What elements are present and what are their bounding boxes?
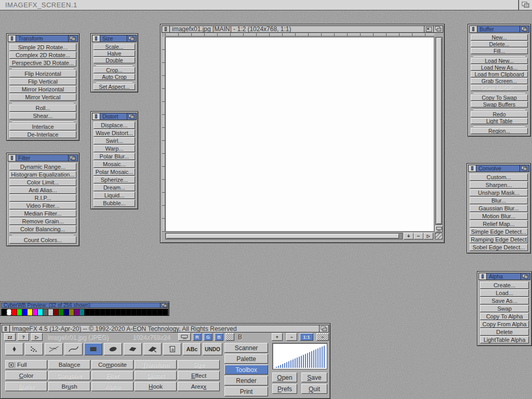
close-gadget[interactable] <box>92 113 100 119</box>
play-button[interactable]: ▷ <box>31 333 43 341</box>
zoom-out-button[interactable]: − <box>414 233 423 240</box>
dynamic-range-button[interactable]: Dynamic Range... <box>9 163 76 170</box>
de-interlace-button[interactable]: De-Interlace <box>9 131 76 138</box>
auto-crop-button[interactable]: Auto Crop <box>94 74 135 80</box>
mosaic-button[interactable]: Mosaic... <box>94 161 135 168</box>
text-tool-button[interactable]: ABc <box>183 343 201 355</box>
color-balancing-button[interactable]: Color Balancing... <box>9 225 76 233</box>
copy-from-alpha-button[interactable]: Copy From Alpha <box>480 321 529 328</box>
sharpen-button[interactable]: Sharpen... <box>470 181 528 189</box>
flip-horizontal-button[interactable]: Flip Horizontal <box>9 70 76 77</box>
color-swatch-27[interactable] <box>142 309 147 315</box>
balance-button[interactable]: Balance <box>48 360 90 369</box>
gaussian-blur-button[interactable]: Gaussian Blur... <box>470 205 528 212</box>
create-button[interactable]: Create... <box>480 282 529 289</box>
line-tool-button[interactable] <box>45 343 63 355</box>
polar-mosaic-button[interactable]: Polar Mosaic... <box>94 168 135 176</box>
count-colors-button[interactable]: Count Colors... <box>9 236 76 244</box>
size-panel-titlebar[interactable]: Size <box>92 35 137 42</box>
simple-edge-detect-button[interactable]: Simple Edge Detect... <box>470 228 528 235</box>
red-channel-button[interactable]: R <box>193 333 202 341</box>
complex-2d-rotate-button[interactable]: Complex 2D Rotate... <box>9 51 76 59</box>
alpha-panel-titlebar[interactable]: Alpha <box>478 273 530 280</box>
open-button[interactable]: Open <box>272 373 297 382</box>
zoom-gadget[interactable] <box>424 26 433 32</box>
depth-gadget[interactable] <box>520 165 529 171</box>
mirror-vertical-button[interactable]: Mirror Vertical <box>9 94 76 101</box>
relief-map-button[interactable]: Relief Map... <box>470 220 528 228</box>
copy-to-swap-button[interactable]: Copy To Swap <box>471 95 528 101</box>
color-swatch-22[interactable] <box>116 309 121 315</box>
grab-screen-button[interactable]: Grab Screen... <box>471 78 528 84</box>
hook-button[interactable]: Hook <box>135 382 177 391</box>
remove-grain-button[interactable]: Remove Grain... <box>9 218 76 225</box>
r-i-p-button[interactable]: R.I.P... <box>9 194 76 202</box>
brush-button[interactable]: Brush <box>48 382 90 391</box>
color-swatch-7[interactable] <box>38 309 43 315</box>
histogram-equalization-button[interactable]: Histogram Equalization... <box>9 171 76 178</box>
transform-panel-titlebar[interactable]: Transform <box>8 35 78 42</box>
point-tool-button[interactable] <box>5 343 23 355</box>
median-filter-button[interactable]: Median Filter... <box>9 210 76 217</box>
depth-gadget[interactable] <box>319 325 328 332</box>
color-swatch-1[interactable] <box>7 309 11 315</box>
color-swatch-11[interactable] <box>59 309 63 315</box>
color-swatch-21[interactable] <box>111 309 115 315</box>
color-swatch-25[interactable] <box>131 309 136 315</box>
halve-button[interactable]: Halve <box>94 50 135 57</box>
custom-button[interactable]: Custom... <box>470 174 528 181</box>
full-button[interactable]: Full <box>5 360 47 369</box>
close-gadget[interactable] <box>162 26 170 32</box>
preview-screen-button[interactable] <box>178 333 191 341</box>
shear-button[interactable]: Shear... <box>9 112 76 119</box>
vscroll-thumb[interactable] <box>436 38 442 224</box>
close-gadget[interactable] <box>8 35 16 42</box>
depth-gadget[interactable] <box>520 26 529 32</box>
buffer-panel-titlebar[interactable]: Buffer <box>469 25 529 33</box>
simple-2d-rotate-button[interactable]: Simple 2D Rotate... <box>9 44 76 51</box>
delete-button[interactable]: Delete... <box>471 41 528 47</box>
pan-button[interactable]: ▷ <box>423 233 433 240</box>
help-button[interactable]: ? <box>18 333 29 341</box>
screen-mode-button[interactable] <box>435 225 443 232</box>
depth-gadget[interactable] <box>68 35 77 42</box>
bubble-button[interactable]: Bubble... <box>94 200 135 207</box>
screen-depth-gadget[interactable] <box>518 0 532 10</box>
prefs-button[interactable]: Prefs <box>272 384 297 394</box>
delete-button[interactable]: Delete <box>480 328 529 336</box>
anti-alias-button[interactable]: Anti Alias... <box>9 187 76 194</box>
swap-button[interactable]: Swap <box>480 305 529 312</box>
image-canvas[interactable] <box>165 37 434 232</box>
color-swatch-30[interactable] <box>157 309 162 315</box>
color-swatch-10[interactable] <box>54 309 58 315</box>
scale-button[interactable]: Scale... <box>94 44 135 50</box>
zoom-out-button[interactable]: − <box>286 333 297 341</box>
color-swatch-6[interactable] <box>33 309 37 315</box>
depth-gadget[interactable] <box>127 113 136 119</box>
filter-panel-titlebar[interactable]: Filter <box>8 154 78 162</box>
load-button[interactable]: Load... <box>480 289 529 297</box>
color-swatch-17[interactable] <box>90 309 95 315</box>
load-from-clipboard-button[interactable]: Load from Clipboard <box>471 71 528 77</box>
color-swatch-12[interactable] <box>64 309 69 315</box>
dream-button[interactable]: Dream... <box>94 184 135 191</box>
arexx-button[interactable]: Arexx <box>178 382 220 391</box>
warp-button[interactable]: Warp... <box>94 145 135 152</box>
video-filter-button[interactable]: Video Filter... <box>9 202 76 209</box>
liquid-button[interactable]: Liquid... <box>94 192 135 199</box>
polygon-tool-button[interactable] <box>124 343 142 355</box>
color-swatch-5[interactable] <box>28 309 32 315</box>
color-swatch-28[interactable] <box>147 309 152 315</box>
composite-button[interactable]: Composite <box>91 360 134 369</box>
resize-corner[interactable] <box>435 233 443 240</box>
load-new-button[interactable]: Load New... <box>471 58 528 64</box>
palette-button[interactable]: Palette <box>224 354 268 364</box>
close-gadget[interactable] <box>2 325 10 332</box>
depth-gadget[interactable] <box>127 35 136 42</box>
vertical-scrollbar[interactable] <box>435 37 443 225</box>
depth-gadget[interactable] <box>521 273 530 280</box>
color-limit-button[interactable]: Color Limit... <box>9 179 76 186</box>
blur-button[interactable]: Blur... <box>470 197 528 204</box>
distort-panel-titlebar[interactable]: Distort <box>92 113 137 120</box>
color-swatch-4[interactable] <box>22 309 27 315</box>
